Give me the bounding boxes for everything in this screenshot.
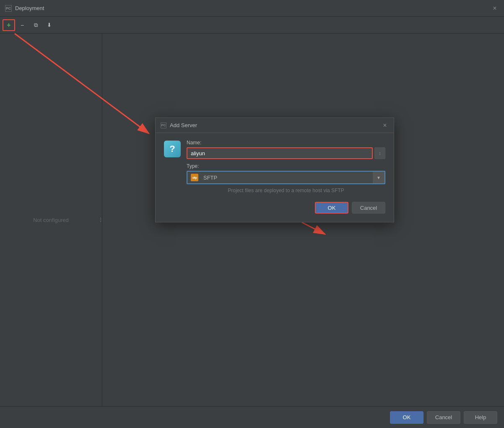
name-field-row: ↕ bbox=[187, 147, 385, 159]
dialog-fields: Name: ↕ Type: sftp bbox=[187, 140, 385, 193]
server-type-icon: ? bbox=[164, 141, 181, 157]
dialog-app-icon: PC bbox=[161, 123, 166, 128]
name-label: Name: bbox=[187, 140, 385, 146]
type-select[interactable]: sftp SFTP ▼ bbox=[187, 171, 385, 184]
dialog-ok-button[interactable]: OK bbox=[315, 202, 348, 214]
question-mark-icon: ? bbox=[169, 144, 175, 154]
dropdown-arrow-icon: ▼ bbox=[373, 172, 384, 183]
dialog-title: Add Server bbox=[170, 122, 197, 128]
dialog-body: ? Name: ↕ Type: bbox=[156, 133, 394, 222]
dialog-cancel-button[interactable]: Cancel bbox=[352, 202, 385, 214]
dialog-buttons: OK Cancel bbox=[164, 202, 385, 214]
server-name-input[interactable] bbox=[187, 147, 373, 159]
sort-icon: ↕ bbox=[379, 151, 381, 156]
dialog-overlay: PC Add Server × ? Name: bbox=[0, 0, 504, 428]
dialog-content-row: ? Name: ↕ Type: bbox=[164, 140, 385, 193]
dialog-close-button[interactable]: × bbox=[381, 122, 389, 129]
type-select-wrapper: sftp SFTP ▼ bbox=[187, 171, 385, 184]
type-value: SFTP bbox=[203, 175, 217, 181]
type-label: Type: bbox=[187, 163, 385, 169]
dialog-title-bar: PC Add Server × bbox=[156, 118, 394, 133]
add-server-dialog: PC Add Server × ? Name: bbox=[155, 117, 394, 222]
deployment-window: PC Deployment × + − ⧉ ⬇ Not configured bbox=[0, 0, 504, 428]
type-hint-text: Project files are deployed to a remote h… bbox=[187, 188, 385, 193]
sftp-icon: sftp bbox=[191, 174, 198, 181]
sort-button[interactable]: ↕ bbox=[374, 147, 385, 159]
